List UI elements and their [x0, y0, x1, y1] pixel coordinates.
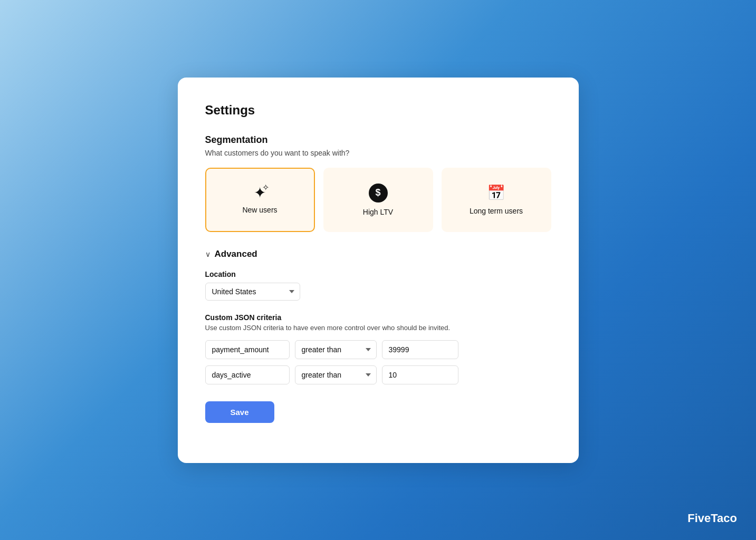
advanced-label: Advanced: [215, 249, 257, 259]
segmentation-title: Segmentation: [205, 134, 551, 146]
segment-card-high-ltv-label: High LTV: [363, 208, 393, 216]
criteria-value-input-2[interactable]: [382, 365, 458, 384]
custom-json-title: Custom JSON criteria: [205, 313, 551, 322]
segment-card-new-users-label: New users: [242, 206, 277, 214]
custom-json-section: Custom JSON criteria Use custom JSON cri…: [205, 313, 551, 384]
segment-card-long-term-users[interactable]: 📅 Long term users: [442, 168, 551, 232]
save-button[interactable]: Save: [205, 401, 274, 423]
segment-card-new-users[interactable]: ✦✧ New users: [205, 168, 315, 232]
branding-text: FiveTaco: [687, 512, 737, 525]
sparkle-icon: ✦✧: [254, 186, 266, 200]
calendar-icon: 📅: [487, 184, 505, 201]
settings-card: Settings Segmentation What customers do …: [178, 78, 579, 463]
segmentation-description: What customers do you want to speak with…: [205, 149, 551, 157]
advanced-section: ∨ Advanced Location United States Canada…: [205, 249, 551, 423]
criteria-key-input-2[interactable]: [205, 365, 290, 384]
segmentation-section: Segmentation What customers do you want …: [205, 134, 551, 232]
criteria-row-2: greater than less than equals not equals: [205, 365, 551, 384]
segment-card-high-ltv[interactable]: $ High LTV: [323, 168, 433, 232]
segment-card-long-term-users-label: Long term users: [470, 207, 523, 215]
custom-json-description: Use custom JSON criteria to have even mo…: [205, 324, 551, 332]
criteria-row-1: greater than less than equals not equals: [205, 340, 551, 359]
criteria-value-input-1[interactable]: [382, 340, 458, 359]
chevron-down-icon: ∨: [205, 250, 210, 258]
dollar-icon: $: [369, 184, 388, 202]
location-section: Location United States Canada United Kin…: [205, 270, 551, 313]
criteria-key-input-1[interactable]: [205, 340, 290, 359]
advanced-header[interactable]: ∨ Advanced: [205, 249, 551, 259]
page-title: Settings: [205, 103, 551, 118]
location-select[interactable]: United States Canada United Kingdom Aust…: [205, 283, 300, 301]
criteria-operator-select-2[interactable]: greater than less than equals not equals: [295, 365, 377, 384]
location-label: Location: [205, 270, 551, 278]
criteria-operator-select-1[interactable]: greater than less than equals not equals: [295, 340, 377, 359]
segment-cards-container: ✦✧ New users $ High LTV 📅 Long term user…: [205, 168, 551, 232]
